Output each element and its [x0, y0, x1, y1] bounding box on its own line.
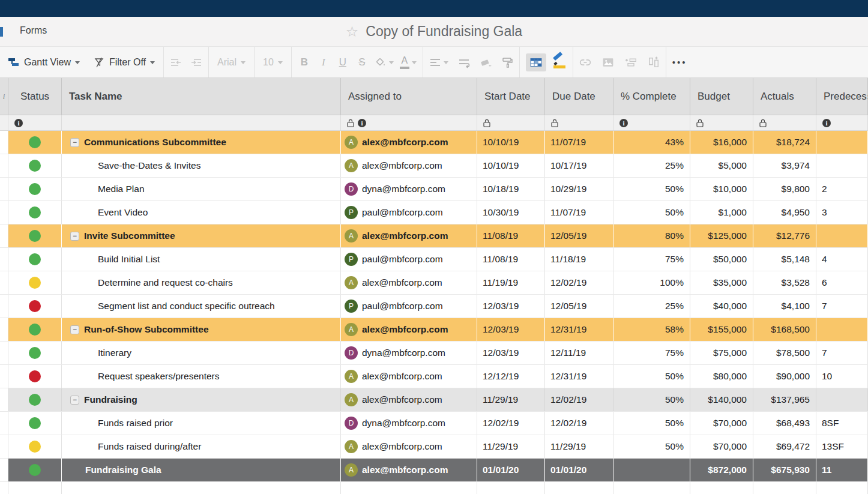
actuals-cell[interactable]: $3,974	[753, 154, 816, 177]
assigned-to-cell[interactable]: Ppaul@mbfcorp.com	[341, 248, 477, 271]
budget-cell[interactable]: $16,000	[690, 131, 753, 154]
actuals-cell[interactable]: $90,000	[753, 365, 816, 388]
empty-cell[interactable]	[477, 482, 545, 494]
collapse-toggle-icon[interactable]: −	[70, 232, 79, 241]
actuals-cell[interactable]: $68,493	[753, 412, 816, 435]
budget-cell[interactable]: $140,000	[690, 388, 753, 411]
empty-cell[interactable]	[613, 482, 690, 494]
task-name-cell[interactable]: Funds raised during/after	[62, 435, 341, 458]
assigned-to-cell[interactable]: Ddyna@mbfcorp.com	[341, 342, 477, 364]
font-size-select[interactable]: 10	[261, 55, 285, 70]
status-cell[interactable]	[8, 178, 62, 200]
column-header-pred[interactable]: Predecessors	[816, 78, 868, 115]
assigned-to-cell[interactable]: Aalex@mbfcorp.com	[341, 271, 477, 294]
pred-cell[interactable]: 8SF	[816, 412, 868, 435]
actuals-cell[interactable]: $5,148	[753, 248, 816, 271]
pct-cell[interactable]: 50%	[613, 201, 690, 224]
italic-button[interactable]: I	[317, 56, 330, 68]
actuals-cell[interactable]: $12,776	[753, 224, 816, 247]
align-button[interactable]	[429, 56, 448, 68]
budget-cell[interactable]: $70,000	[690, 435, 753, 458]
budget-cell[interactable]: $10,000	[690, 178, 753, 200]
start-cell[interactable]: 11/19/19	[477, 271, 545, 294]
link-icon[interactable]	[579, 56, 591, 68]
budget-cell[interactable]: $872,000	[690, 459, 753, 481]
row-number-cell[interactable]	[0, 342, 8, 364]
status-cell[interactable]	[8, 459, 62, 481]
pred-cell[interactable]: 10	[816, 365, 868, 388]
due-cell[interactable]: 12/05/19	[545, 224, 613, 247]
pred-cell[interactable]: 3	[816, 201, 868, 224]
pct-cell[interactable]: 75%	[613, 342, 690, 364]
pct-cell[interactable]: 50%	[613, 178, 690, 200]
due-cell[interactable]: 12/02/19	[545, 412, 613, 435]
budget-cell[interactable]: $70,000	[690, 412, 753, 435]
budget-cell[interactable]: $80,000	[690, 365, 753, 388]
status-cell[interactable]	[8, 131, 62, 154]
actuals-cell[interactable]: $18,724	[753, 131, 816, 154]
status-cell[interactable]	[8, 154, 62, 177]
pct-cell[interactable]: 50%	[613, 435, 690, 458]
row-number-cell[interactable]	[0, 365, 8, 388]
pred-cell[interactable]: 6	[816, 271, 868, 294]
task-name-cell[interactable]: Event Video	[62, 201, 341, 224]
assigned-to-cell[interactable]: Aalex@mbfcorp.com	[341, 318, 477, 341]
row-number-cell[interactable]	[0, 318, 8, 341]
status-cell[interactable]	[8, 365, 62, 388]
status-cell[interactable]	[8, 342, 62, 364]
start-cell[interactable]: 12/03/19	[477, 318, 545, 341]
due-cell[interactable]: 10/17/19	[545, 154, 613, 177]
eraser-icon[interactable]	[480, 56, 492, 68]
due-cell[interactable]: 12/31/19	[545, 365, 613, 388]
pct-cell[interactable]: 50%	[613, 388, 690, 411]
task-name-cell[interactable]: −Run-of-Show Subcommittee	[62, 318, 341, 341]
actuals-cell[interactable]: $3,528	[753, 271, 816, 294]
actuals-cell[interactable]: $168,500	[753, 318, 816, 341]
pct-cell[interactable]: 100%	[613, 271, 690, 294]
send-row-icon[interactable]	[625, 56, 637, 68]
row-number-cell[interactable]	[0, 435, 8, 458]
pred-cell[interactable]: 7	[816, 342, 868, 364]
favorite-star-icon[interactable]: ☆	[346, 25, 359, 39]
row-number-cell[interactable]	[0, 271, 8, 294]
status-cell[interactable]	[8, 201, 62, 224]
pct-cell[interactable]: 50%	[613, 365, 690, 388]
start-cell[interactable]: 10/10/19	[477, 131, 545, 154]
more-options-button[interactable]: •••	[672, 57, 687, 67]
column-header-task[interactable]: Task Name	[62, 78, 341, 115]
row-number-cell[interactable]	[0, 482, 8, 494]
pred-cell[interactable]: 11	[816, 459, 868, 481]
pred-cell[interactable]	[816, 154, 868, 177]
assigned-to-cell[interactable]: Aalex@mbfcorp.com	[341, 459, 477, 481]
row-number-cell[interactable]	[0, 295, 8, 318]
highlight-button[interactable]	[553, 56, 567, 68]
pred-cell[interactable]: 13SF	[816, 435, 868, 458]
assigned-to-cell[interactable]: Aalex@mbfcorp.com	[341, 154, 477, 177]
pct-cell[interactable]: 25%	[613, 295, 690, 318]
status-cell[interactable]	[8, 248, 62, 271]
assigned-to-cell[interactable]: Aalex@mbfcorp.com	[341, 435, 477, 458]
due-cell[interactable]: 11/07/19	[545, 201, 613, 224]
status-cell[interactable]	[8, 412, 62, 435]
task-name-cell[interactable]: Build Initial List	[62, 248, 341, 271]
due-cell[interactable]: 12/05/19	[545, 295, 613, 318]
start-cell[interactable]: 11/08/19	[477, 248, 545, 271]
image-icon[interactable]	[602, 56, 614, 68]
start-cell[interactable]: 12/12/19	[477, 365, 545, 388]
due-cell[interactable]: 10/29/19	[545, 178, 613, 200]
assigned-to-cell[interactable]: Aalex@mbfcorp.com	[341, 388, 477, 411]
collapse-toggle-icon[interactable]: −	[70, 138, 79, 147]
pct-cell[interactable]: 75%	[613, 248, 690, 271]
pred-cell[interactable]: 2	[816, 178, 868, 200]
budget-cell[interactable]: $155,000	[690, 318, 753, 341]
start-cell[interactable]: 11/29/19	[477, 435, 545, 458]
task-name-cell[interactable]: −Communications Subcommittee	[62, 131, 341, 154]
fill-color-button[interactable]	[375, 56, 394, 68]
task-name-cell[interactable]: Segment list and conduct specific outrea…	[62, 295, 341, 318]
column-header-due[interactable]: Due Date	[545, 78, 613, 115]
row-number-cell[interactable]	[0, 178, 8, 200]
font-family-select[interactable]: Arial	[215, 55, 248, 70]
grid-view-button[interactable]	[526, 53, 546, 71]
empty-cell[interactable]	[341, 482, 477, 494]
due-cell[interactable]: 12/02/19	[545, 388, 613, 411]
